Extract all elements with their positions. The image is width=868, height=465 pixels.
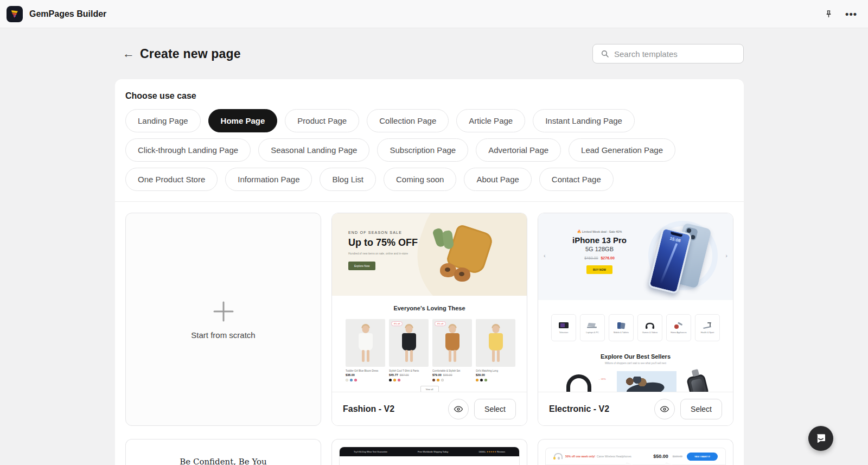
use-case-chip-article-page[interactable]: Article Page bbox=[456, 109, 525, 132]
template-card-partial-2[interactable]: Try It 60-Day Wear Test GuaranteeFree Wo… bbox=[331, 439, 527, 465]
discount-badge: 8% off bbox=[391, 321, 403, 326]
headphones-image bbox=[566, 374, 591, 393]
category-icon bbox=[673, 322, 684, 329]
use-case-chip-subscription-page[interactable]: Subscription Page bbox=[377, 138, 468, 162]
template-grid: Start from scratch END OF SEASON SALE Up… bbox=[115, 202, 744, 465]
category-tile-television: Television bbox=[551, 314, 576, 341]
use-case-chip-landing-page[interactable]: Landing Page bbox=[125, 109, 201, 132]
use-case-section: Choose use case Landing PageHome PagePro… bbox=[115, 79, 744, 202]
product-name: Stylish Cool T-Shirt & Pants bbox=[389, 370, 429, 372]
chat-widget-button[interactable] bbox=[808, 426, 833, 451]
use-case-chip-collection-page[interactable]: Collection Page bbox=[367, 109, 449, 132]
product-image: 8% off bbox=[432, 319, 472, 367]
start-from-scratch-card[interactable]: Start from scratch bbox=[125, 213, 321, 426]
pin-icon[interactable] bbox=[824, 9, 833, 18]
carousel-next-icon: › bbox=[725, 252, 727, 259]
search-box[interactable] bbox=[592, 44, 744, 63]
sale-eyebrow: END OF SEASON SALE bbox=[348, 231, 418, 234]
use-case-chip-contact-page[interactable]: Contact Page bbox=[539, 168, 614, 191]
category-tile-laptops-pc: Laptops & PC bbox=[580, 314, 605, 341]
sale-tag: - 18% bbox=[599, 378, 606, 380]
color-swatches bbox=[346, 379, 385, 381]
hero-product-variant: 5G 128GB bbox=[559, 246, 640, 252]
use-case-chip-instant-landing-page[interactable]: Instant Landing Page bbox=[533, 109, 635, 132]
product-tile: 8% offComfortable & Stylish Set$79.00$99… bbox=[432, 319, 472, 381]
product-image bbox=[476, 319, 515, 367]
select-button[interactable]: Select bbox=[474, 399, 516, 419]
carousel-prev-icon: ‹ bbox=[544, 252, 546, 259]
category-label: Health & Sport bbox=[701, 332, 714, 334]
product-price: $38.00 bbox=[346, 373, 385, 377]
electronic-card-footer: Electronic - V2 Select bbox=[538, 392, 733, 425]
category-icon bbox=[587, 322, 598, 329]
category-label: Games & Videos bbox=[642, 332, 658, 334]
offer-product: Carve Wireless Headphones bbox=[597, 455, 631, 458]
preview-eye-button[interactable] bbox=[448, 399, 469, 419]
more-options-icon[interactable]: ••• bbox=[845, 11, 857, 17]
use-case-chip-coming-soon[interactable]: Coming soon bbox=[384, 168, 456, 191]
want-it-button: YES! I WANT IT bbox=[687, 453, 718, 461]
select-button[interactable]: Select bbox=[680, 399, 722, 419]
gempages-logo-icon bbox=[7, 6, 23, 22]
product-tile: 8% offStylish Cool T-Shirt & Pants$45.77… bbox=[389, 319, 429, 381]
product-image: 8% off bbox=[389, 319, 429, 367]
use-case-chip-blog-list[interactable]: Blog List bbox=[320, 168, 376, 191]
offer-old-price: $100.00 bbox=[673, 455, 682, 458]
use-case-chip-seasonal-landing-page[interactable]: Seasonal Landing Page bbox=[258, 138, 369, 162]
best-sellers-subtitle: Millions of shoppers can't wait to see w… bbox=[538, 362, 733, 365]
use-case-chip-advertorial-page[interactable]: Advertorial Page bbox=[476, 138, 561, 162]
use-case-chip-about-page[interactable]: About Page bbox=[464, 168, 531, 191]
color-swatches bbox=[476, 379, 515, 381]
category-icon bbox=[702, 322, 713, 329]
product-name: Girl's Matching Long bbox=[476, 370, 515, 372]
product-price: $45.77$57.00 bbox=[389, 373, 429, 377]
use-case-chip-one-product-store[interactable]: One Product Store bbox=[125, 168, 218, 191]
sale-subtext: Hundred of new items on sale, online and… bbox=[348, 252, 418, 255]
page-header: ← Create new page bbox=[115, 41, 744, 67]
hero-prices: $460.00 $276.00 bbox=[559, 256, 640, 260]
bootie-image bbox=[454, 267, 470, 282]
product-tile: Girl's Matching Long$29.00 bbox=[476, 319, 515, 381]
template-card-partial-1[interactable]: Be Confident, Be You bbox=[125, 439, 321, 465]
template-card-partial-3[interactable]: 50% off one week only! Carve Wireless He… bbox=[538, 439, 733, 465]
electronic-hero: ‹ › 15:08 🔥 Limited Week deal - Sale 40%… bbox=[538, 213, 733, 300]
product-image bbox=[346, 319, 385, 367]
app-title: GemPages Builder bbox=[29, 9, 106, 19]
announcement-item: 14000+ ★★★★★ Reviews bbox=[478, 450, 505, 453]
best-sellers-title: Explore Our Best Sellers bbox=[538, 353, 733, 360]
back-arrow-icon[interactable]: ← bbox=[123, 48, 135, 60]
deal-line: 🔥 Limited Week deal - Sale 40% bbox=[559, 230, 640, 233]
template-name: Fashion - V2 bbox=[343, 404, 394, 414]
product-price: $79.00$99.00 bbox=[432, 373, 472, 377]
category-label: Laptops & PC bbox=[586, 332, 598, 334]
preview-eye-button[interactable] bbox=[654, 399, 675, 419]
use-case-chip-home-page[interactable]: Home Page bbox=[208, 109, 278, 132]
discount-badge: 8% off bbox=[435, 321, 446, 326]
use-case-chip-lead-generation-page[interactable]: Lead Generation Page bbox=[569, 138, 675, 162]
fashion-product-row: Toddler Girl Blue Bloom Dress$38.008% of… bbox=[332, 319, 527, 381]
smartwatch-image bbox=[686, 373, 710, 393]
use-case-chip-click-through-landing-page[interactable]: Click-through Landing Page bbox=[125, 138, 251, 162]
color-swatches bbox=[432, 379, 472, 381]
product-name: Toddler Girl Blue Bloom Dress bbox=[346, 370, 385, 372]
eye-icon bbox=[660, 404, 669, 414]
offer-price: $50.00 bbox=[653, 454, 668, 459]
use-case-chip-product-page[interactable]: Product Page bbox=[285, 109, 359, 132]
headphone-icon bbox=[553, 453, 561, 460]
category-tile-row: TelevisionLaptops & PCMobile & TabletsGa… bbox=[538, 314, 733, 341]
product-price: $29.00 bbox=[476, 373, 515, 377]
category-tile-games-videos: Games & Videos bbox=[637, 314, 662, 341]
category-tile-mobile-tablets: Mobile & Tablets bbox=[609, 314, 634, 341]
sale-headline: Up to 75% OFF bbox=[348, 237, 418, 249]
template-card-electronic: ‹ › 15:08 🔥 Limited Week deal - Sale 40%… bbox=[538, 213, 733, 426]
template-card-fashion: END OF SEASON SALE Up to 75% OFF Hundred… bbox=[331, 213, 527, 426]
hero-product-name: iPhone 13 Pro bbox=[559, 235, 640, 245]
eye-icon bbox=[454, 404, 463, 414]
top-bar: GemPages Builder ••• bbox=[0, 0, 868, 28]
headphone-offer-bar: 50% off one week only! Carve Wireless He… bbox=[546, 448, 725, 464]
use-case-chip-information-page[interactable]: Information Page bbox=[225, 168, 312, 191]
category-icon bbox=[558, 322, 569, 329]
search-input[interactable] bbox=[614, 49, 738, 59]
category-icon bbox=[644, 322, 655, 329]
offer-text: 50% off one week only! bbox=[565, 455, 595, 458]
